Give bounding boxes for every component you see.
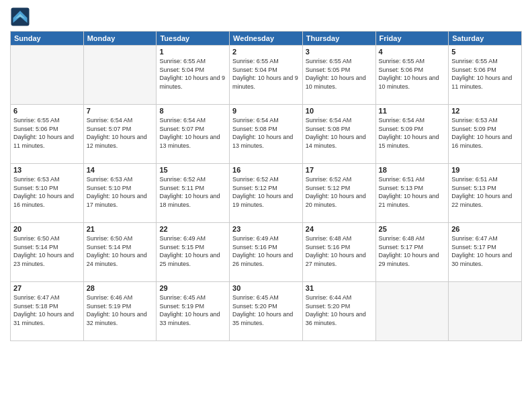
day-number: 7 bbox=[87, 107, 154, 115]
calendar-day-cell: 26Sunrise: 6:47 AMSunset: 5:17 PMDayligh… bbox=[449, 223, 522, 282]
day-number: 11 bbox=[379, 107, 446, 115]
day-info: Sunrise: 6:52 AMSunset: 5:11 PMDaylight:… bbox=[159, 175, 226, 209]
calendar-day-cell: 21Sunrise: 6:50 AMSunset: 5:14 PMDayligh… bbox=[83, 223, 157, 282]
day-number: 10 bbox=[306, 107, 373, 115]
weekday-header-cell: Thursday bbox=[302, 32, 375, 46]
calendar-day-cell: 8Sunrise: 6:54 AMSunset: 5:07 PMDaylight… bbox=[157, 105, 230, 164]
day-info: Sunrise: 6:48 AMSunset: 5:17 PMDaylight:… bbox=[379, 234, 446, 268]
day-number: 1 bbox=[159, 48, 226, 56]
day-info: Sunrise: 6:55 AMSunset: 5:04 PMDaylight:… bbox=[159, 57, 226, 91]
calendar-day-cell: 6Sunrise: 6:55 AMSunset: 5:06 PMDaylight… bbox=[11, 105, 84, 164]
calendar-week-row: 6Sunrise: 6:55 AMSunset: 5:06 PMDaylight… bbox=[11, 105, 522, 164]
day-info: Sunrise: 6:55 AMSunset: 5:06 PMDaylight:… bbox=[13, 116, 81, 150]
day-number: 8 bbox=[159, 107, 226, 115]
calendar-day-cell bbox=[449, 282, 522, 341]
day-info: Sunrise: 6:52 AMSunset: 5:12 PMDaylight:… bbox=[306, 175, 373, 209]
header bbox=[10, 7, 522, 27]
day-number: 21 bbox=[87, 225, 154, 233]
day-number: 30 bbox=[232, 284, 300, 292]
calendar-day-cell: 18Sunrise: 6:51 AMSunset: 5:13 PMDayligh… bbox=[375, 164, 449, 223]
day-info: Sunrise: 6:51 AMSunset: 5:13 PMDaylight:… bbox=[379, 175, 446, 209]
day-number: 24 bbox=[306, 225, 373, 233]
weekday-header-cell: Wednesday bbox=[230, 32, 303, 46]
calendar-week-row: 27Sunrise: 6:47 AMSunset: 5:18 PMDayligh… bbox=[11, 282, 522, 341]
calendar-day-cell: 30Sunrise: 6:45 AMSunset: 5:20 PMDayligh… bbox=[230, 282, 303, 341]
day-info: Sunrise: 6:53 AMSunset: 5:10 PMDaylight:… bbox=[87, 175, 154, 209]
page: SundayMondayTuesdayWednesdayThursdayFrid… bbox=[0, 0, 532, 411]
day-number: 25 bbox=[379, 225, 446, 233]
calendar-day-cell: 4Sunrise: 6:55 AMSunset: 5:06 PMDaylight… bbox=[375, 46, 449, 105]
calendar-week-row: 1Sunrise: 6:55 AMSunset: 5:04 PMDaylight… bbox=[11, 46, 522, 105]
calendar-day-cell: 20Sunrise: 6:50 AMSunset: 5:14 PMDayligh… bbox=[11, 223, 84, 282]
calendar-day-cell: 25Sunrise: 6:48 AMSunset: 5:17 PMDayligh… bbox=[375, 223, 449, 282]
day-info: Sunrise: 6:47 AMSunset: 5:17 PMDaylight:… bbox=[451, 234, 519, 268]
calendar-day-cell: 11Sunrise: 6:54 AMSunset: 5:09 PMDayligh… bbox=[375, 105, 449, 164]
calendar-day-cell: 10Sunrise: 6:54 AMSunset: 5:08 PMDayligh… bbox=[302, 105, 375, 164]
day-info: Sunrise: 6:46 AMSunset: 5:19 PMDaylight:… bbox=[87, 293, 154, 327]
day-info: Sunrise: 6:45 AMSunset: 5:19 PMDaylight:… bbox=[159, 293, 226, 327]
day-number: 23 bbox=[232, 225, 300, 233]
day-info: Sunrise: 6:47 AMSunset: 5:18 PMDaylight:… bbox=[13, 293, 81, 327]
day-number: 22 bbox=[159, 225, 226, 233]
day-info: Sunrise: 6:49 AMSunset: 5:16 PMDaylight:… bbox=[232, 234, 300, 268]
day-info: Sunrise: 6:55 AMSunset: 5:04 PMDaylight:… bbox=[232, 57, 300, 91]
calendar-day-cell: 15Sunrise: 6:52 AMSunset: 5:11 PMDayligh… bbox=[157, 164, 230, 223]
calendar-week-row: 13Sunrise: 6:53 AMSunset: 5:10 PMDayligh… bbox=[11, 164, 522, 223]
day-number: 19 bbox=[451, 166, 519, 174]
calendar-table: SundayMondayTuesdayWednesdayThursdayFrid… bbox=[10, 31, 522, 341]
day-number: 28 bbox=[87, 284, 154, 292]
weekday-header-cell: Friday bbox=[375, 32, 449, 46]
day-info: Sunrise: 6:50 AMSunset: 5:14 PMDaylight:… bbox=[13, 234, 81, 268]
day-number: 6 bbox=[13, 107, 81, 115]
day-info: Sunrise: 6:54 AMSunset: 5:07 PMDaylight:… bbox=[87, 116, 154, 150]
calendar-day-cell: 27Sunrise: 6:47 AMSunset: 5:18 PMDayligh… bbox=[11, 282, 84, 341]
calendar-day-cell bbox=[375, 282, 449, 341]
day-number: 9 bbox=[232, 107, 300, 115]
day-info: Sunrise: 6:53 AMSunset: 5:10 PMDaylight:… bbox=[13, 175, 81, 209]
calendar-day-cell bbox=[83, 46, 157, 105]
day-info: Sunrise: 6:54 AMSunset: 5:07 PMDaylight:… bbox=[159, 116, 226, 150]
day-info: Sunrise: 6:44 AMSunset: 5:20 PMDaylight:… bbox=[306, 293, 373, 327]
day-number: 5 bbox=[451, 48, 519, 56]
weekday-header-cell: Sunday bbox=[11, 32, 84, 46]
day-info: Sunrise: 6:54 AMSunset: 5:08 PMDaylight:… bbox=[306, 116, 373, 150]
calendar-day-cell: 29Sunrise: 6:45 AMSunset: 5:19 PMDayligh… bbox=[157, 282, 230, 341]
day-number: 3 bbox=[306, 48, 373, 56]
weekday-header-cell: Saturday bbox=[449, 32, 522, 46]
weekday-header-cell: Monday bbox=[83, 32, 157, 46]
day-number: 26 bbox=[451, 225, 519, 233]
day-info: Sunrise: 6:55 AMSunset: 5:06 PMDaylight:… bbox=[451, 57, 519, 91]
day-number: 16 bbox=[232, 166, 300, 174]
calendar-day-cell: 28Sunrise: 6:46 AMSunset: 5:19 PMDayligh… bbox=[83, 282, 157, 341]
day-number: 14 bbox=[87, 166, 154, 174]
day-number: 31 bbox=[306, 284, 373, 292]
weekday-header-cell: Tuesday bbox=[157, 32, 230, 46]
calendar-day-cell: 5Sunrise: 6:55 AMSunset: 5:06 PMDaylight… bbox=[449, 46, 522, 105]
day-info: Sunrise: 6:50 AMSunset: 5:14 PMDaylight:… bbox=[87, 234, 154, 268]
calendar-day-cell: 3Sunrise: 6:55 AMSunset: 5:05 PMDaylight… bbox=[302, 46, 375, 105]
logo bbox=[10, 7, 33, 27]
day-number: 12 bbox=[451, 107, 519, 115]
day-number: 29 bbox=[159, 284, 226, 292]
calendar-day-cell: 12Sunrise: 6:53 AMSunset: 5:09 PMDayligh… bbox=[449, 105, 522, 164]
day-info: Sunrise: 6:55 AMSunset: 5:05 PMDaylight:… bbox=[306, 57, 373, 91]
day-info: Sunrise: 6:49 AMSunset: 5:15 PMDaylight:… bbox=[159, 234, 226, 268]
calendar-day-cell: 31Sunrise: 6:44 AMSunset: 5:20 PMDayligh… bbox=[302, 282, 375, 341]
day-info: Sunrise: 6:51 AMSunset: 5:13 PMDaylight:… bbox=[451, 175, 519, 209]
weekday-header-row: SundayMondayTuesdayWednesdayThursdayFrid… bbox=[11, 32, 522, 46]
day-info: Sunrise: 6:53 AMSunset: 5:09 PMDaylight:… bbox=[451, 116, 519, 150]
calendar-week-row: 20Sunrise: 6:50 AMSunset: 5:14 PMDayligh… bbox=[11, 223, 522, 282]
day-number: 13 bbox=[13, 166, 81, 174]
calendar-day-cell: 16Sunrise: 6:52 AMSunset: 5:12 PMDayligh… bbox=[230, 164, 303, 223]
logo-icon bbox=[10, 7, 30, 27]
calendar-body: 1Sunrise: 6:55 AMSunset: 5:04 PMDaylight… bbox=[11, 46, 522, 341]
calendar-day-cell: 14Sunrise: 6:53 AMSunset: 5:10 PMDayligh… bbox=[83, 164, 157, 223]
day-info: Sunrise: 6:54 AMSunset: 5:09 PMDaylight:… bbox=[379, 116, 446, 150]
calendar-day-cell: 19Sunrise: 6:51 AMSunset: 5:13 PMDayligh… bbox=[449, 164, 522, 223]
day-info: Sunrise: 6:45 AMSunset: 5:20 PMDaylight:… bbox=[232, 293, 300, 327]
day-number: 15 bbox=[159, 166, 226, 174]
day-number: 2 bbox=[232, 48, 300, 56]
calendar-day-cell: 22Sunrise: 6:49 AMSunset: 5:15 PMDayligh… bbox=[157, 223, 230, 282]
calendar-day-cell: 7Sunrise: 6:54 AMSunset: 5:07 PMDaylight… bbox=[83, 105, 157, 164]
calendar-day-cell: 2Sunrise: 6:55 AMSunset: 5:04 PMDaylight… bbox=[230, 46, 303, 105]
